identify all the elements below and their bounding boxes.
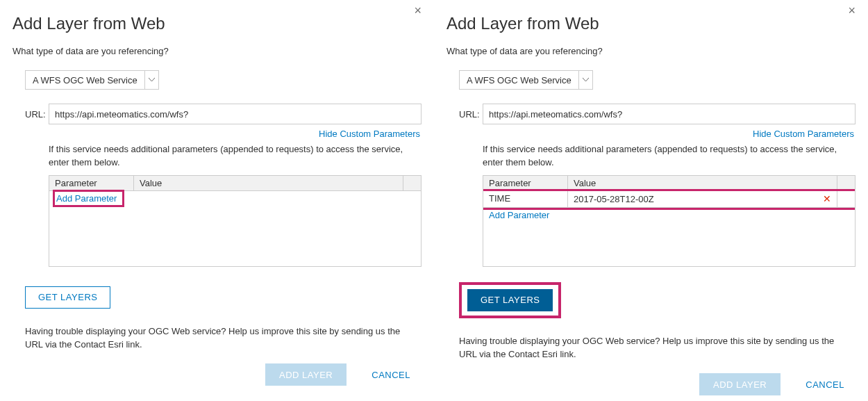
param-value-cell[interactable]: 2017-05-28T12-00Z ✕ (568, 191, 837, 207)
service-type-value: A WFS OGC Web Service (460, 71, 578, 89)
hide-custom-params-link[interactable]: Hide Custom Parameters (319, 129, 420, 139)
get-layers-highlight: GET LAYERS (459, 282, 561, 318)
get-layers-button[interactable]: GET LAYERS (25, 286, 110, 309)
data-type-prompt: What type of data are you referencing? (446, 46, 856, 56)
add-parameter-link[interactable]: Add Parameter (489, 210, 549, 220)
trouble-text: Having trouble displaying your OGC Web s… (459, 335, 848, 361)
add-parameter-row: Add Parameter (483, 208, 855, 222)
cancel-button[interactable]: CANCEL (801, 379, 849, 391)
params-table: Parameter Value Add Parameter (49, 175, 422, 267)
dialog-title: Add Layer from Web (12, 14, 422, 33)
add-parameter-row: Add Parameter (49, 191, 421, 206)
data-type-prompt: What type of data are you referencing? (12, 46, 422, 56)
close-icon[interactable]: × (414, 4, 422, 17)
add-layer-dialog-left: × Add Layer from Web What type of data a… (0, 0, 434, 401)
params-hint: If this service needs additional paramet… (49, 143, 422, 170)
chevron-down-icon (578, 71, 592, 89)
dialog-footer: ADD LAYER CANCEL (12, 363, 422, 386)
params-table-header: Parameter Value (483, 176, 855, 191)
add-layer-button: ADD LAYER (699, 373, 781, 395)
col-header-value: Value (568, 176, 837, 190)
add-layer-dialog-right: × Add Layer from Web What type of data a… (434, 0, 868, 401)
url-label: URL: (25, 109, 49, 120)
add-parameter-link[interactable]: Add Parameter (55, 192, 122, 205)
col-header-parameter: Parameter (483, 176, 568, 190)
add-layer-button: ADD LAYER (265, 363, 347, 386)
col-header-actions (403, 176, 421, 190)
param-actions-cell (837, 191, 855, 207)
url-input[interactable] (483, 104, 856, 124)
get-layers-button[interactable]: GET LAYERS (467, 289, 553, 311)
params-hint: If this service needs additional paramet… (483, 143, 856, 170)
dialog-footer: ADD LAYER CANCEL (446, 373, 856, 395)
trouble-text: Having trouble displaying your OGC Web s… (25, 325, 414, 352)
delete-param-icon[interactable]: ✕ (823, 194, 831, 204)
col-header-parameter: Parameter (49, 176, 134, 190)
col-header-value: Value (134, 176, 403, 190)
service-type-select[interactable]: A WFS OGC Web Service (459, 70, 593, 90)
close-icon[interactable]: × (848, 4, 856, 17)
url-label: URL: (459, 109, 483, 120)
param-row-time[interactable]: TIME 2017-05-28T12-00Z ✕ (483, 191, 855, 208)
hide-custom-params-link[interactable]: Hide Custom Parameters (753, 129, 854, 139)
url-input[interactable] (49, 104, 422, 124)
service-type-value: A WFS OGC Web Service (26, 71, 144, 89)
param-value-text: 2017-05-28T12-00Z (574, 194, 823, 204)
service-type-select[interactable]: A WFS OGC Web Service (25, 70, 159, 90)
col-header-actions (837, 176, 855, 190)
params-table: Parameter Value TIME 2017-05-28T12-00Z ✕… (483, 175, 856, 267)
cancel-button[interactable]: CANCEL (367, 369, 415, 381)
params-table-header: Parameter Value (49, 176, 421, 191)
param-name-cell[interactable]: TIME (483, 191, 568, 207)
chevron-down-icon (144, 71, 158, 89)
dialog-title: Add Layer from Web (446, 14, 856, 33)
